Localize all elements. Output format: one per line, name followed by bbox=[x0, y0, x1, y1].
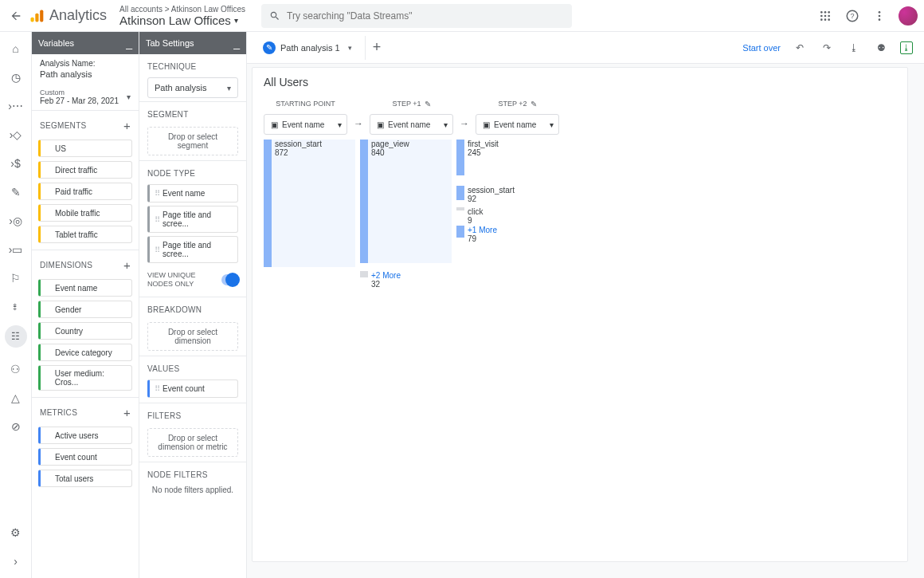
metric-chip[interactable]: Event count bbox=[38, 448, 132, 466]
technique-select[interactable]: Path analysis▾ bbox=[147, 77, 238, 98]
event-icon: ▣ bbox=[481, 120, 491, 129]
start-over-button[interactable]: Start over bbox=[742, 43, 781, 53]
values-label: VALUES bbox=[147, 364, 180, 373]
sankey-node[interactable]: page_view 840 bbox=[360, 140, 409, 263]
analysis-name-value[interactable]: Path analysis bbox=[40, 69, 131, 79]
collapse-tabsettings-icon[interactable]: _ bbox=[233, 37, 240, 49]
svg-point-4 bbox=[824, 11, 827, 14]
collapse-variables-icon[interactable]: _ bbox=[126, 37, 132, 49]
nav-tech-icon[interactable]: ›▭ bbox=[9, 242, 23, 257]
tabsettings-header: Tab Settings _ bbox=[139, 32, 246, 54]
segment-section-label: SEGMENT bbox=[147, 110, 189, 119]
nav-engagement-icon[interactable]: ›◇ bbox=[9, 128, 23, 142]
dimension-chip[interactable]: User medium: Cros... bbox=[38, 365, 132, 391]
nav-explore-icon[interactable]: ☷ bbox=[5, 325, 27, 348]
share-icon[interactable]: ⚉ bbox=[873, 40, 889, 56]
export-icon[interactable]: ⭳ bbox=[900, 41, 913, 54]
dimension-chip[interactable]: Event name bbox=[38, 279, 132, 297]
arrow-right-icon: → bbox=[352, 102, 365, 129]
nav-home-icon[interactable]: ⌂ bbox=[9, 41, 23, 56]
account-picker[interactable]: All accounts > Atkinson Law Offices Atki… bbox=[119, 5, 245, 27]
svg-rect-1 bbox=[35, 13, 38, 22]
tab-name: Path analysis 1 bbox=[280, 43, 340, 53]
segment-chip[interactable]: Mobile traffic bbox=[38, 204, 132, 222]
pencil-icon[interactable]: ✎ bbox=[531, 100, 537, 108]
svg-point-10 bbox=[824, 18, 827, 21]
pencil-icon[interactable]: ✎ bbox=[425, 100, 431, 108]
apps-icon[interactable] bbox=[817, 8, 833, 24]
segment-chip[interactable]: Tablet traffic bbox=[38, 226, 132, 243]
unique-nodes-toggle[interactable] bbox=[221, 274, 238, 285]
values-item[interactable]: ⠿Event count bbox=[147, 379, 238, 398]
analytics-logo: Analytics bbox=[29, 7, 107, 24]
nodefilters-label: NODE FILTERS bbox=[147, 470, 208, 479]
canvas-title: All Users bbox=[264, 76, 896, 88]
svg-rect-2 bbox=[40, 10, 43, 22]
nav-user-icon[interactable]: ›◎ bbox=[9, 214, 23, 228]
account-name: Atkinson Law Offices bbox=[119, 14, 231, 27]
nav-realtime-icon[interactable]: ◷ bbox=[9, 70, 23, 85]
caret-down-icon: ▾ bbox=[234, 16, 238, 25]
nav-events-icon[interactable]: ⚐ bbox=[9, 271, 23, 285]
step1-dropdown[interactable]: ▣ Event name ▾ bbox=[370, 114, 453, 135]
settings-icon[interactable]: ⚙ bbox=[9, 525, 23, 540]
date-label: Custom bbox=[40, 88, 119, 96]
caret-down-icon[interactable]: ▾ bbox=[348, 44, 352, 52]
nav-monetization-icon[interactable]: ›$ bbox=[9, 156, 23, 171]
sankey-node[interactable]: click 9 bbox=[456, 207, 483, 225]
avatar[interactable] bbox=[899, 6, 918, 26]
nav-lifecycle-icon[interactable]: ›⋯ bbox=[9, 99, 23, 113]
add-segment-icon[interactable]: + bbox=[123, 119, 131, 132]
breadcrumb: All accounts > Atkinson Law Offices bbox=[119, 5, 245, 14]
tabsettings-title: Tab Settings bbox=[146, 38, 194, 48]
metric-chip[interactable]: Total users bbox=[38, 470, 132, 487]
technique-label: TECHNIQUE bbox=[147, 62, 197, 71]
breakdown-dropzone[interactable]: Drop or select dimension bbox=[147, 322, 238, 351]
search-input[interactable] bbox=[287, 10, 564, 22]
undo-icon[interactable]: ↶ bbox=[792, 40, 808, 56]
add-tab-button[interactable]: + bbox=[365, 36, 389, 60]
segment-chip[interactable]: US bbox=[38, 140, 132, 157]
sankey-node[interactable]: session_start 92 bbox=[456, 186, 515, 203]
sankey-node[interactable]: first_visit 245 bbox=[456, 140, 499, 175]
redo-icon[interactable]: ↷ bbox=[819, 40, 835, 56]
nav-audiences-icon[interactable]: ⚇ bbox=[9, 362, 23, 376]
sankey-node[interactable]: session_start 872 bbox=[264, 140, 322, 267]
dimension-chip[interactable]: Gender bbox=[38, 301, 132, 318]
dimension-chip[interactable]: Country bbox=[38, 322, 132, 340]
step1-label: STEP +1 bbox=[392, 100, 421, 108]
help-icon[interactable]: ? bbox=[844, 8, 860, 24]
nav-retention-icon[interactable]: ✎ bbox=[9, 185, 23, 199]
filters-label: FILTERS bbox=[147, 411, 181, 420]
svg-rect-0 bbox=[31, 17, 34, 22]
starting-point-dropdown[interactable]: ▣ Event name ▾ bbox=[264, 114, 347, 135]
dimension-chip[interactable]: Device category bbox=[38, 344, 132, 361]
search-box[interactable] bbox=[261, 4, 572, 28]
add-dimension-icon[interactable]: + bbox=[123, 258, 131, 272]
nodetype-item[interactable]: ⠿Event name bbox=[147, 184, 238, 202]
analysis-tab[interactable]: ✎ Path analysis 1 ▾ bbox=[255, 38, 360, 57]
segment-chip[interactable]: Direct traffic bbox=[38, 161, 132, 179]
nav-custom-icon[interactable]: △ bbox=[9, 391, 23, 405]
step2-dropdown[interactable]: ▣ Event name ▾ bbox=[476, 114, 559, 135]
date-range-picker[interactable]: Custom Feb 27 - Mar 28, 2021 ▾ bbox=[32, 84, 139, 110]
filters-dropzone[interactable]: Drop or select dimension or metric bbox=[147, 428, 238, 457]
back-arrow[interactable] bbox=[6, 6, 25, 26]
nodetype-item[interactable]: ⠿Page title and scree... bbox=[147, 236, 238, 263]
segment-chip[interactable]: Paid traffic bbox=[38, 183, 132, 200]
collapse-rail-icon[interactable]: › bbox=[9, 554, 23, 568]
nodetype-item[interactable]: ⠿Page title and scree... bbox=[147, 206, 238, 233]
caret-down-icon: ▾ bbox=[338, 120, 342, 129]
sankey-more[interactable]: +1 More 79 bbox=[456, 226, 497, 243]
left-nav-rail: ⌂ ◷ ›⋯ ›◇ ›$ ✎ ›◎ ›▭ ⚐ ៖ ☷ ⚇ △ ⊘ ⚙ › bbox=[0, 32, 32, 578]
more-vert-icon[interactable] bbox=[871, 8, 887, 24]
add-metric-icon[interactable]: + bbox=[123, 406, 131, 419]
segment-dropzone[interactable]: Drop or select segment bbox=[147, 127, 238, 155]
sankey-more[interactable]: +2 More 32 bbox=[360, 271, 401, 289]
svg-point-14 bbox=[879, 11, 881, 14]
variables-header: Variables _ bbox=[32, 32, 139, 54]
metric-chip[interactable]: Active users bbox=[38, 427, 132, 444]
nav-conversions-icon[interactable]: ៖ bbox=[9, 300, 23, 314]
nav-debug-icon[interactable]: ⊘ bbox=[9, 419, 23, 434]
download-icon[interactable]: ⭳ bbox=[846, 40, 862, 56]
